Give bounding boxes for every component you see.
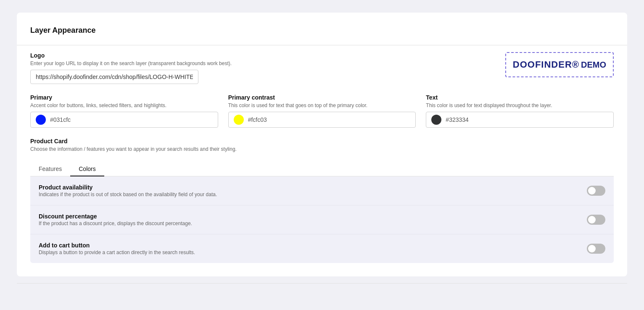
primary-contrast-color-swatch [234, 115, 244, 125]
primary-contrast-color-field: Primary contrast This color is used for … [228, 94, 416, 128]
text-color-input-wrapper[interactable]: #323334 [426, 112, 614, 128]
primary-color-value: #031cfc [50, 116, 71, 123]
feature-title-availability: Product availability [39, 184, 217, 191]
tab-features[interactable]: Features [30, 162, 70, 176]
primary-contrast-label: Primary contrast [228, 94, 416, 101]
logo-preview: DOOFINDER® DEMO [505, 52, 614, 77]
feature-row-availability: Product availability Indicates if the pr… [30, 176, 614, 205]
colors-row: Primary Accent color for buttons, links,… [30, 94, 614, 128]
feature-desc-discount: If the product has a discount price, dis… [39, 221, 192, 226]
layer-appearance-card: Layer Appearance Logo Enter your logo UR… [17, 13, 627, 276]
feature-info-discount: Discount percentage If the product has a… [39, 213, 192, 226]
toggle-discount-slider [587, 215, 605, 225]
text-color-swatch [431, 115, 441, 125]
primary-color-input-wrapper[interactable]: #031cfc [30, 112, 218, 128]
toggle-availability-slider [587, 186, 605, 196]
feature-row-discount: Discount percentage If the product has a… [30, 205, 614, 234]
text-color-description: This color is used for text displayed th… [426, 102, 614, 108]
logo-description: Enter your logo URL to display it on the… [30, 60, 232, 66]
logo-preview-demo: DEMO [581, 60, 606, 70]
primary-description: Accent color for buttons, links, selecte… [30, 102, 218, 108]
text-color-value: #323334 [446, 116, 469, 123]
tab-colors[interactable]: Colors [70, 162, 104, 176]
logo-url-input[interactable] [30, 70, 198, 84]
page-wrapper: Layer Appearance Logo Enter your logo UR… [0, 0, 644, 310]
text-color-label: Text [426, 94, 614, 101]
primary-contrast-color-value: #fcfc03 [248, 116, 267, 123]
feature-title-cart: Add to cart button [39, 242, 195, 249]
tab-content: Product availability Indicates if the pr… [30, 176, 614, 263]
feature-info-cart: Add to cart button Displays a button to … [39, 242, 195, 255]
feature-row-cart: Add to cart button Displays a button to … [30, 234, 614, 263]
product-card-tabs: Features Colors [30, 162, 614, 176]
bottom-divider [17, 283, 627, 284]
toggle-cart[interactable] [587, 244, 605, 254]
product-card-description: Choose the information / features you wa… [30, 146, 614, 152]
logo-label: Logo [30, 52, 232, 59]
toggle-availability[interactable] [587, 186, 605, 196]
text-color-field: Text This color is used for text display… [426, 94, 614, 128]
primary-contrast-color-input-wrapper[interactable]: #fcfc03 [228, 112, 416, 128]
logo-preview-text: DOOFINDER® [513, 59, 579, 70]
page-title: Layer Appearance [30, 26, 614, 35]
primary-color-field: Primary Accent color for buttons, links,… [30, 94, 218, 128]
toggle-cart-slider [587, 244, 605, 254]
product-card-label: Product Card [30, 138, 614, 144]
toggle-discount[interactable] [587, 215, 605, 225]
primary-label: Primary [30, 94, 218, 101]
primary-contrast-description: This color is used for text that goes on… [228, 102, 416, 108]
feature-info-availability: Product availability Indicates if the pr… [39, 184, 217, 197]
primary-color-swatch [36, 115, 46, 125]
product-card-section: Product Card Choose the information / fe… [30, 138, 614, 263]
feature-desc-availability: Indicates if the product is out of stock… [39, 192, 217, 197]
feature-title-discount: Discount percentage [39, 213, 192, 220]
feature-desc-cart: Displays a button to provide a cart acti… [39, 250, 195, 255]
logo-field-group: Logo Enter your logo URL to display it o… [30, 52, 232, 84]
logo-section: Logo Enter your logo URL to display it o… [30, 52, 614, 94]
